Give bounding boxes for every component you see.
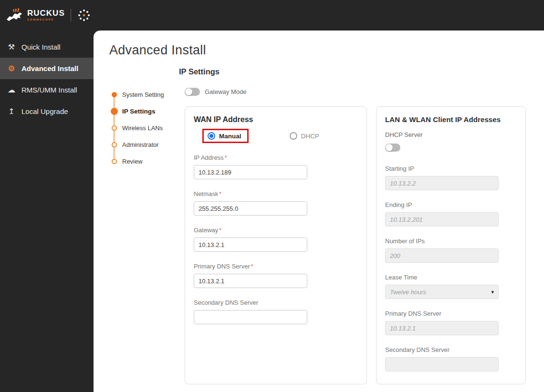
annotation-highlight: Manual [202,129,249,143]
commscope-logo-icon [77,8,91,22]
lan-primary-dns-input[interactable] [385,321,499,335]
chevron-down-icon: ▾ [491,289,494,295]
wan-ip-address-card: WAN IP Address Manual DHCP [185,106,367,384]
number-of-ips-field: Number of IPs [385,237,517,263]
lease-time-field: Lease Time Twelve hours ▾ [385,273,517,299]
starting-ip-field: Starting IP [385,164,517,190]
number-of-ips-input[interactable] [385,248,499,263]
sidebar-item-quick-install[interactable]: ⚒ Quick Install [0,36,94,58]
upload-icon: ↥ [7,107,16,116]
dhcp-server-label: DHCP Server [385,131,517,138]
sidebar-item-advanced-install[interactable]: ⚙ Advanced Install [0,58,94,79]
gateway-mode-row: Gateway Mode [185,88,539,96]
sidebar-item-rms-umm-install[interactable]: ☁ RMS/UMM Install [0,79,94,101]
section-heading: IP Settings [179,67,539,76]
brand-name: RUCKUS [27,9,65,17]
step-system-setting[interactable]: System Setting [110,89,178,100]
gateway-mode-toggle[interactable] [185,88,200,96]
wan-mode-radio-group: Manual DHCP [202,129,358,143]
step-dot-upcoming-icon [110,142,118,147]
primary-dns-input[interactable] [194,274,307,288]
step-dot-upcoming-icon [110,125,118,131]
step-dot-upcoming-icon [110,159,118,164]
radio-option-dhcp[interactable]: DHCP [290,132,319,140]
primary-dns-field: Primary DNS Server* [194,262,358,288]
sidebar-item-local-upgrade[interactable]: ↥ Local Upgrade [0,101,94,122]
radio-option-manual[interactable]: Manual [208,132,241,140]
lan-wlan-client-card: LAN & WLAN Client IP Addresses DHCP Serv… [376,106,526,384]
install-stepper: System Setting IP Settings Wireless LANs… [94,89,178,384]
step-administrator[interactable]: Administrator [110,139,178,150]
sidebar-item-label: Advanced Install [21,64,78,72]
required-marker: * [219,191,221,197]
sidebar-item-label: Quick Install [21,43,61,51]
starting-ip-input[interactable] [385,176,499,190]
step-dot-completed-icon [110,92,118,97]
toggle-knob [185,88,192,95]
gateway-mode-label: Gateway Mode [205,88,246,95]
dhcp-server-toggle[interactable] [385,144,400,152]
required-marker: * [251,263,253,270]
page-title: Advanced Install [94,31,544,58]
brand-logo: RUCKUS COMMSCOPE [6,4,91,26]
step-review[interactable]: Review [110,156,178,166]
gateway-input[interactable] [194,237,307,252]
ending-ip-field: Ending IP [385,200,517,227]
lan-primary-dns-field: Primary DNS Server [385,309,517,335]
brand-subname: COMMSCOPE [27,19,65,21]
lan-card-title: LAN & WLAN Client IP Addresses [385,115,517,124]
step-dot-current-icon [110,108,118,115]
ip-address-input[interactable] [194,165,307,179]
ip-address-field: IP Address* [194,153,358,179]
logo-divider [71,9,71,21]
lan-secondary-dns-input[interactable] [385,357,499,371]
ruckus-dog-icon [6,8,23,22]
content-panel: Advanced Install System Setting IP Setti… [94,31,544,392]
lease-time-select[interactable]: Twelve hours ▾ [385,285,499,299]
toggle-knob [386,144,393,151]
secondary-dns-field: Secondary DNS Server [194,298,358,324]
step-wireless-lans[interactable]: Wireless LANs [110,123,178,133]
brand-text: RUCKUS COMMSCOPE [27,9,65,21]
cloud-icon: ☁ [7,85,16,94]
radio-unselected-icon[interactable] [290,132,297,140]
secondary-dns-input[interactable] [194,310,307,324]
tools-icon: ⚒ [7,42,16,52]
sidebar: ⚒ Quick Install ⚙ Advanced Install ☁ RMS… [0,31,94,392]
sidebar-item-label: Local Upgrade [21,107,68,115]
gear-icon: ⚙ [7,64,16,73]
sidebar-item-label: RMS/UMM Install [21,86,77,94]
netmask-field: Netmask* [194,189,358,216]
lan-secondary-dns-field: Secondary DNS Server [385,345,517,371]
step-ip-settings[interactable]: IP Settings [110,106,178,116]
netmask-input[interactable] [194,201,307,216]
required-marker: * [219,227,221,234]
required-marker: * [225,155,227,161]
wan-card-title: WAN IP Address [194,115,358,124]
radio-selected-icon[interactable] [208,132,215,140]
ending-ip-input[interactable] [385,212,499,227]
gateway-field: Gateway* [194,226,358,252]
